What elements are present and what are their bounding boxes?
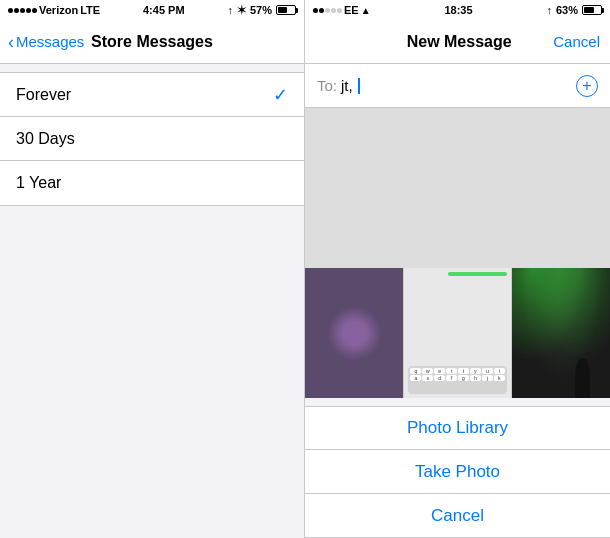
key-k: k — [494, 375, 505, 381]
option-forever[interactable]: Forever ✓ — [0, 73, 304, 117]
signal-dot-1 — [8, 8, 13, 13]
carrier-label: Verizon — [39, 4, 78, 16]
left-status-right: ↑ ✶ 57% — [227, 4, 296, 17]
stage-figure — [575, 358, 590, 398]
battery-fill — [278, 7, 287, 13]
key-h: h — [470, 375, 481, 381]
take-photo-button[interactable]: Take Photo — [305, 450, 610, 494]
chevron-left-icon: ‹ — [8, 33, 14, 51]
left-panel: Verizon LTE 4:45 PM ↑ ✶ 57% ‹ Messages S… — [0, 0, 305, 538]
r-dot-5 — [337, 8, 342, 13]
battery-pct-label: 57% — [250, 4, 272, 16]
cancel-nav-button[interactable]: Cancel — [553, 33, 600, 50]
right-nav-icon: ↑ — [546, 4, 552, 16]
to-value-text: jt, — [341, 77, 353, 94]
purple-orb — [327, 306, 382, 361]
key-4: r — [446, 368, 457, 374]
key-s: s — [422, 375, 433, 381]
signal-dot-5 — [32, 8, 37, 13]
add-recipient-button[interactable]: + — [576, 75, 598, 97]
message-body: q w e r t y u i a s d f g h j k — [305, 108, 610, 398]
back-label: Messages — [16, 33, 84, 50]
right-status-bar: EE ▲ 18:35 ↑ 63% — [305, 0, 610, 20]
to-label: To: — [317, 77, 337, 94]
nav-icon: ↑ — [227, 4, 233, 16]
signal-dots — [8, 8, 37, 13]
key-6: y — [470, 368, 481, 374]
r-dot-3 — [325, 8, 330, 13]
compose-title: New Message — [407, 33, 512, 51]
r-dot-1 — [313, 8, 318, 13]
option-30days-label: 30 Days — [16, 130, 75, 148]
mini-bubble — [448, 272, 507, 276]
mini-keyboard: q w e r t y u i a s d f g h j k — [408, 366, 506, 394]
time-label: 4:45 PM — [143, 4, 185, 16]
bluetooth-icon: ✶ — [237, 4, 246, 17]
left-status-bar: Verizon LTE 4:45 PM ↑ ✶ 57% — [0, 0, 304, 20]
stage-lights — [512, 268, 610, 398]
key-5: t — [458, 368, 469, 374]
photo-thumbnails: q w e r t y u i a s d f g h j k — [305, 268, 610, 398]
key-7: u — [482, 368, 493, 374]
battery-icon — [276, 5, 296, 15]
key-8: i — [494, 368, 505, 374]
signal-dot-4 — [26, 8, 31, 13]
key-d: d — [434, 375, 445, 381]
left-nav-bar: ‹ Messages Store Messages — [0, 20, 304, 64]
key-a: a — [410, 375, 421, 381]
signal-dot-3 — [20, 8, 25, 13]
right-nav-bar: New Message Cancel — [305, 20, 610, 64]
option-forever-label: Forever — [16, 86, 71, 104]
option-30days[interactable]: 30 Days — [0, 117, 304, 161]
checkmark-icon: ✓ — [273, 84, 288, 106]
right-signal-dots — [313, 8, 342, 13]
key-3: e — [434, 368, 445, 374]
page-title: Store Messages — [91, 33, 213, 51]
back-button[interactable]: ‹ Messages — [8, 33, 84, 51]
thumb-concert[interactable] — [512, 268, 610, 398]
thumb-screenshot-left[interactable] — [305, 268, 403, 398]
right-battery-icon — [582, 5, 602, 15]
key-1: q — [410, 368, 421, 374]
photo-library-button[interactable]: Photo Library — [305, 406, 610, 450]
right-carrier-label: EE — [344, 4, 359, 16]
signal-dot-2 — [14, 8, 19, 13]
key-g: g — [458, 375, 469, 381]
left-status-left: Verizon LTE — [8, 4, 100, 16]
settings-list: Forever ✓ 30 Days 1 Year — [0, 72, 304, 206]
r-dot-4 — [331, 8, 336, 13]
to-bar: To: jt, + — [305, 64, 610, 108]
cancel-action-button[interactable]: Cancel — [305, 494, 610, 538]
network-label: LTE — [80, 4, 100, 16]
right-battery-fill — [584, 7, 594, 13]
right-status-left: EE ▲ — [313, 4, 371, 16]
key-f: f — [446, 375, 457, 381]
right-status-right: ↑ 63% — [546, 4, 602, 16]
r-dot-2 — [319, 8, 324, 13]
cursor — [358, 78, 360, 94]
right-time-label: 18:35 — [444, 4, 472, 16]
right-battery-pct: 63% — [556, 4, 578, 16]
to-input[interactable]: jt, — [341, 77, 572, 94]
option-1year-label: 1 Year — [16, 174, 61, 192]
right-panel: EE ▲ 18:35 ↑ 63% New Message Cancel To: … — [305, 0, 610, 538]
wifi-icon: ▲ — [361, 5, 371, 16]
key-j: j — [482, 375, 493, 381]
action-sheet: Photo Library Take Photo Cancel — [305, 398, 610, 538]
thumb-messages-screenshot[interactable]: q w e r t y u i a s d f g h j k — [403, 268, 511, 398]
key-2: w — [422, 368, 433, 374]
option-1year[interactable]: 1 Year — [0, 161, 304, 205]
